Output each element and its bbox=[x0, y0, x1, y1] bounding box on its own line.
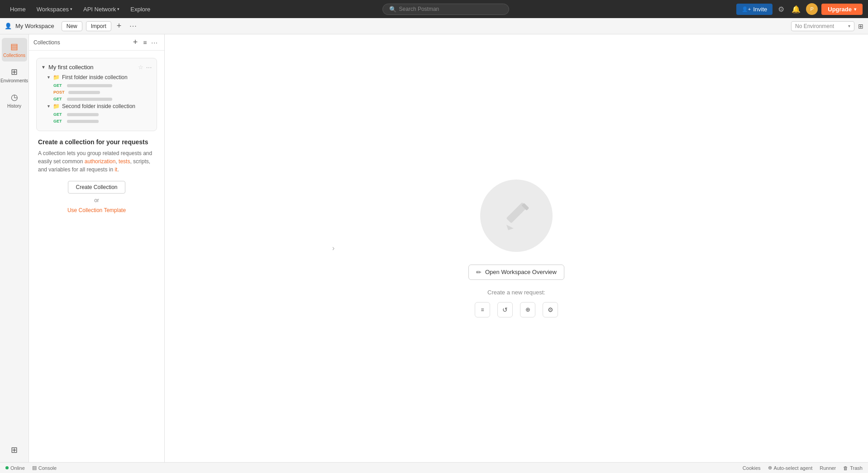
collections-icon: ▤ bbox=[10, 42, 18, 52]
search-placeholder: Search Postman bbox=[399, 6, 439, 12]
sidebar-item-apps[interactable]: ⊞ bbox=[2, 441, 27, 459]
upgrade-arrow-icon: ▾ bbox=[854, 7, 856, 12]
folder2-icon: 📁 bbox=[53, 103, 60, 109]
http-request-icon[interactable]: ≡ bbox=[475, 302, 490, 317]
workspace-bar: 👤 My Workspace New Import + ··· No Envir… bbox=[0, 18, 868, 34]
workspace-name: My Workspace bbox=[15, 23, 54, 29]
panel-add-button[interactable]: + bbox=[130, 37, 141, 48]
method-badge-post: POST bbox=[52, 90, 66, 95]
apps-icon: ⊞ bbox=[11, 445, 18, 455]
sidebar-item-environments[interactable]: ⊞ Environments bbox=[2, 63, 27, 87]
request-line bbox=[67, 113, 99, 116]
request-row-get3: GET bbox=[52, 112, 152, 117]
autoselect-icon: ⊕ bbox=[768, 465, 772, 471]
trash-icon: 🗑 bbox=[843, 465, 848, 471]
authorization-link[interactable]: authorization bbox=[85, 158, 116, 165]
method-badge-get3: GET bbox=[52, 112, 65, 117]
open-workspace-overview-button[interactable]: ✏ Open Workspace Overview bbox=[468, 265, 564, 280]
search-icon: 🔍 bbox=[389, 6, 396, 13]
folder-icon: 📁 bbox=[53, 74, 60, 80]
use-collection-template-link[interactable]: Use Collection Template bbox=[38, 207, 155, 213]
folder-name: First folder inside collection bbox=[62, 74, 128, 80]
svg-marker-1 bbox=[506, 225, 514, 230]
grpc-icon[interactable]: ⊕ bbox=[520, 302, 535, 317]
avatar[interactable]: P bbox=[806, 3, 818, 15]
runner-button[interactable]: Runner bbox=[820, 465, 836, 471]
folder-row: ▼ 📁 First folder inside collection bbox=[47, 74, 152, 80]
panel-header: Collections + ≡ ··· bbox=[29, 34, 164, 51]
env-grid-icon[interactable]: ⊞ bbox=[858, 23, 863, 30]
collection-star-icon[interactable]: ☆ bbox=[138, 64, 143, 71]
method-badge-get4: GET bbox=[52, 118, 65, 124]
sidebar-item-history[interactable]: ◷ History bbox=[2, 89, 27, 112]
collection-chevron-icon[interactable]: ▼ bbox=[41, 65, 46, 70]
workspaces-arrow-icon: ▾ bbox=[70, 7, 72, 11]
import-button[interactable]: Import bbox=[86, 21, 111, 31]
sidebar-item-collections[interactable]: ▤ Collections bbox=[2, 38, 27, 61]
autoselect-agent[interactable]: ⊕ Auto-select agent bbox=[768, 465, 813, 471]
history-label: History bbox=[7, 104, 21, 109]
top-nav: Home Workspaces ▾ API Network ▾ Explore … bbox=[0, 0, 868, 18]
websocket-icon[interactable]: ↺ bbox=[497, 302, 513, 317]
folder2-chevron-icon[interactable]: ▼ bbox=[47, 104, 51, 109]
collections-panel: Collections + ≡ ··· ▼ My first collectio… bbox=[29, 34, 165, 462]
invite-icon: 👤+ bbox=[742, 6, 751, 12]
request-line bbox=[68, 91, 100, 94]
create-collection-title: Create a collection for your requests bbox=[38, 138, 155, 146]
request-row-get1: GET bbox=[52, 83, 152, 88]
it-link[interactable]: it bbox=[114, 166, 117, 173]
env-placeholder: No Environment bbox=[795, 23, 834, 29]
request-type-icons: ≡ ↺ ⊕ ⚙ bbox=[475, 302, 558, 317]
collection-more-icon[interactable]: ··· bbox=[146, 64, 152, 71]
new-button[interactable]: New bbox=[62, 21, 82, 31]
nav-home[interactable]: Home bbox=[5, 4, 30, 14]
sidebar: ▤ Collections ⊞ Environments ◷ History ⊞ bbox=[0, 34, 29, 462]
open-workspace-icon: ✏ bbox=[476, 269, 482, 276]
environments-label: Environments bbox=[0, 78, 28, 83]
console-button[interactable]: ▤ Console bbox=[32, 465, 57, 471]
collection-preview-card: ▼ My first collection ☆ ··· ▼ 📁 First fo… bbox=[36, 58, 157, 131]
environment-select[interactable]: No Environment ▾ bbox=[791, 21, 854, 31]
console-icon: ▤ bbox=[32, 465, 37, 471]
panel-more-button[interactable]: ··· bbox=[149, 38, 160, 47]
request-row-get2: GET bbox=[52, 96, 152, 102]
tests-link[interactable]: tests bbox=[119, 158, 130, 165]
panel-expand-arrow[interactable]: › bbox=[332, 244, 334, 252]
add-tab-button[interactable]: + bbox=[115, 20, 124, 32]
nav-api-network[interactable]: API Network ▾ bbox=[79, 4, 124, 14]
pencil-icon bbox=[498, 198, 534, 234]
request-line bbox=[67, 120, 99, 123]
workspace-person-icon: 👤 bbox=[5, 23, 12, 29]
online-label: Online bbox=[10, 465, 25, 471]
folder-chevron-icon[interactable]: ▼ bbox=[47, 75, 51, 80]
notifications-button[interactable]: 🔔 bbox=[790, 3, 802, 15]
nav-explore[interactable]: Explore bbox=[126, 4, 155, 14]
folder-row-2: ▼ 📁 Second folder inside collection bbox=[47, 103, 152, 109]
top-nav-right: 👤+ Invite ⚙ 🔔 P Upgrade ▾ bbox=[736, 3, 863, 15]
request-line bbox=[67, 98, 112, 101]
ws-right-controls: No Environment ▾ ⊞ bbox=[791, 21, 863, 31]
trash-label: Trash bbox=[850, 465, 863, 471]
invite-button[interactable]: 👤+ Invite bbox=[736, 4, 773, 15]
upgrade-button[interactable]: Upgrade ▾ bbox=[821, 4, 863, 15]
trash-button[interactable]: 🗑 Trash bbox=[843, 465, 863, 471]
env-dropdown-arrow-icon: ▾ bbox=[848, 24, 850, 28]
collection-name: My first collection bbox=[48, 64, 135, 71]
nav-workspaces[interactable]: Workspaces ▾ bbox=[32, 4, 77, 14]
autoselect-label: Auto-select agent bbox=[774, 465, 813, 471]
settings-button[interactable]: ⚙ bbox=[776, 3, 786, 15]
main-content: › ✏ Open Workspace Overview Create a new… bbox=[165, 34, 868, 462]
settings-request-icon[interactable]: ⚙ bbox=[543, 302, 558, 317]
history-icon: ◷ bbox=[11, 92, 18, 102]
create-collection-button[interactable]: Create Collection bbox=[68, 181, 125, 194]
cookies-button[interactable]: Cookies bbox=[743, 465, 761, 471]
request-row-post1: POST bbox=[52, 90, 152, 95]
status-bar: Online ▤ Console Cookies ⊕ Auto-select a… bbox=[0, 462, 868, 473]
cookies-label: Cookies bbox=[743, 465, 761, 471]
more-options-button[interactable]: ··· bbox=[127, 21, 139, 31]
search-bar[interactable]: 🔍 Search Postman bbox=[382, 4, 509, 15]
online-status[interactable]: Online bbox=[5, 465, 25, 471]
method-badge-get2: GET bbox=[52, 96, 65, 102]
panel-filter-button[interactable]: ≡ bbox=[140, 38, 149, 47]
workspace-graphic bbox=[480, 180, 553, 252]
